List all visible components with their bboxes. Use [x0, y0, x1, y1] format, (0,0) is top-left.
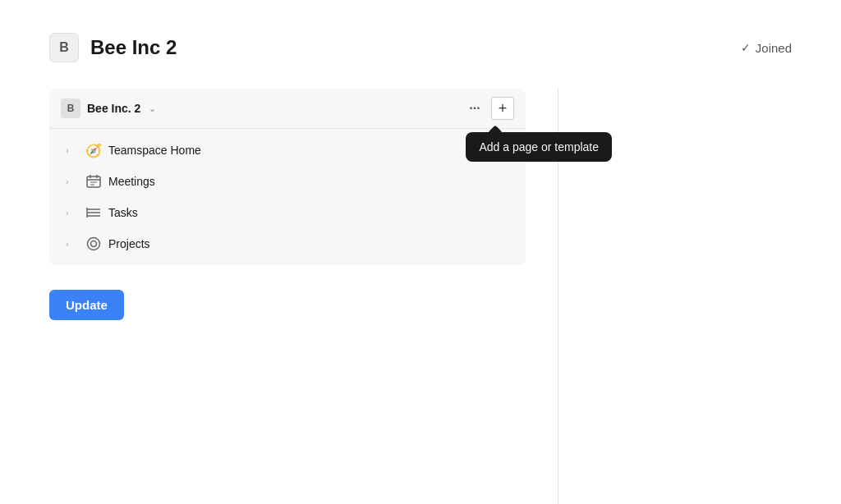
sidebar-item-teamspace-home[interactable]: › 🧭 Teamspace Home — [54, 135, 521, 165]
more-options-button[interactable]: ··· — [463, 97, 486, 120]
teamspace-home-label: Teamspace Home — [108, 144, 201, 157]
page-container: B Bee Inc 2 ✓ Joined B Bee Inc. 2 ⌄ ··· — [0, 0, 841, 504]
sidebar-workspace-icon: B — [61, 99, 80, 118]
nav-list: › 🧭 Teamspace Home › Meetings — [49, 129, 526, 265]
update-button[interactable]: Update — [49, 290, 124, 320]
meetings-icon — [85, 173, 102, 190]
sidebar-header-right: ··· + Add a page or template — [463, 97, 514, 120]
projects-label: Projects — [108, 237, 150, 250]
sidebar-item-projects[interactable]: › Projects — [54, 229, 521, 259]
joined-label: Joined — [756, 41, 792, 55]
workspace-title: Bee Inc 2 — [90, 36, 177, 59]
chevron-right-icon: › — [66, 145, 79, 155]
sidebar-header-left: B Bee Inc. 2 ⌄ — [61, 99, 156, 118]
chevron-right-icon: › — [66, 239, 79, 249]
chevron-down-icon[interactable]: ⌄ — [149, 103, 156, 114]
sidebar-panel: B Bee Inc. 2 ⌄ ··· + Add a page or templ… — [49, 89, 526, 265]
svg-point-10 — [88, 238, 100, 250]
add-page-button[interactable]: + Add a page or template — [491, 97, 514, 120]
header: B Bee Inc 2 ✓ Joined — [49, 33, 792, 62]
chevron-right-icon: › — [66, 208, 79, 218]
joined-badge: ✓ Joined — [741, 41, 792, 55]
add-page-tooltip: Add a page or template — [466, 132, 612, 162]
chevron-right-icon: › — [66, 176, 79, 186]
sidebar-item-meetings[interactable]: › Meetings — [54, 167, 521, 196]
sidebar-header: B Bee Inc. 2 ⌄ ··· + Add a page or templ… — [49, 89, 526, 129]
header-left: B Bee Inc 2 — [49, 33, 177, 62]
teamspace-home-icon: 🧭 — [85, 142, 102, 158]
sidebar-workspace-name: Bee Inc. 2 — [87, 102, 140, 115]
tasks-label: Tasks — [108, 206, 138, 219]
svg-point-11 — [91, 241, 97, 247]
tasks-icon — [85, 204, 102, 221]
workspace-icon-large: B — [49, 33, 79, 62]
checkmark-icon: ✓ — [741, 41, 751, 54]
sidebar-item-tasks[interactable]: › Tasks — [54, 198, 521, 227]
projects-icon — [85, 236, 102, 252]
meetings-label: Meetings — [108, 175, 155, 188]
